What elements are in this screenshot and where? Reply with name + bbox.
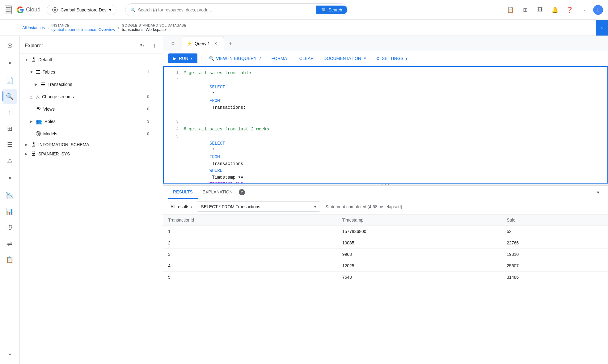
breadcrumb-db: GOOGLE STANDARD SQL DATABASE transaction… xyxy=(122,23,186,32)
breadcrumb-all-instances: All instances xyxy=(22,25,45,30)
instance-label: INSTANCE xyxy=(51,23,115,27)
more-options-button[interactable]: ⋮ xyxy=(578,4,591,16)
results-collapse-button[interactable]: ▾ xyxy=(593,187,603,197)
table-row: 3 9963 19310 xyxy=(163,249,608,260)
breadcrumb-sep-2: › xyxy=(118,25,119,31)
bar-chart-icon: 📊 xyxy=(6,208,14,215)
alerts-button[interactable]: 🔔 xyxy=(549,4,561,16)
tree-item-spanner-sys[interactable]: ▶ 🗄 SPANNER_SYS xyxy=(20,149,163,159)
sidebar-item-dot2[interactable] xyxy=(2,171,17,185)
menu-button[interactable]: ☰ xyxy=(5,6,12,14)
tree-item-models[interactable]: ⓜ Models 0 ⋮ xyxy=(20,128,163,140)
instance-link[interactable]: cymbal-spanner-instance: Overview xyxy=(51,27,115,32)
run-play-icon: ▶ xyxy=(173,56,176,61)
table-header: TransactionId Timestamp Sale xyxy=(163,214,608,226)
filter-icon: ⇌ xyxy=(7,240,12,247)
sidebar-item-expand[interactable]: » xyxy=(2,347,17,362)
search-input[interactable] xyxy=(138,7,314,12)
project-selector[interactable]: Cymbal Superstore Dev ▾ xyxy=(47,5,116,15)
col-timestamp: Timestamp xyxy=(337,214,502,226)
results-tab-label: RESULTS xyxy=(173,189,193,194)
clear-button[interactable]: CLEAR xyxy=(296,53,318,63)
query-status-text: Statement completed (4.68 ms elapsed) xyxy=(325,204,402,209)
keyword-from-2: FROM xyxy=(209,98,220,103)
search-button[interactable]: 🔍 Search xyxy=(316,6,347,14)
sidebar-item-bar-chart[interactable]: 📊 xyxy=(2,204,17,219)
results-tab[interactable]: RESULTS xyxy=(168,186,198,199)
all-results-button[interactable]: All results › xyxy=(168,203,194,210)
tree-item-change-streams[interactable]: △ △ Change streams 0 ⋮ xyxy=(20,91,163,103)
tables-label: Tables xyxy=(43,70,146,74)
tree-item-tables[interactable]: ▼ ☰ Tables 1 ⋮ xyxy=(20,66,163,78)
tree-item-transactions[interactable]: ▶ ☰ Transactions ⋮ xyxy=(20,78,163,91)
collapse-button[interactable]: ⊣ xyxy=(148,41,158,51)
all-results-label: All results xyxy=(171,204,189,209)
view-bigquery-button[interactable]: 🔍 VIEW IN BIGQUERY ↗ xyxy=(205,53,265,63)
cell-timestamp: 9963 xyxy=(337,249,502,260)
project-icon xyxy=(52,7,58,13)
sidebar-item-spanner[interactable] xyxy=(2,38,17,53)
run-button[interactable]: ▶ RUN ▾ xyxy=(168,53,197,63)
breadcrumb-right-arrow[interactable]: › xyxy=(596,20,608,36)
logo-text: Cloud xyxy=(26,6,40,13)
query-tab-close[interactable]: ✕ xyxy=(213,40,219,47)
workspace: ⌂ ⚡ Query 1 ✕ + ▶ RUN ▾ 🔍 VIEW IN BIGQUE… xyxy=(163,36,608,364)
format-button[interactable]: FORMAT xyxy=(268,53,293,63)
code-editor[interactable]: 1 # get all sales from table 2 SELECT * … xyxy=(163,66,608,184)
query-tab-1[interactable]: ⚡ Query 1 ✕ xyxy=(182,36,224,51)
sidebar-item-list2[interactable]: 📋 xyxy=(2,252,17,267)
explanation-tab[interactable]: EXPLANATION xyxy=(198,186,238,199)
search-bar-icon: 🔍 xyxy=(130,7,136,12)
sidebar-item-upload[interactable]: ↑ xyxy=(2,105,17,120)
home-icon: ⌂ xyxy=(171,40,175,46)
tree-item-views[interactable]: 👁 Views 0 ⋮ xyxy=(20,103,163,115)
sidebar-item-clock[interactable]: ⏱ xyxy=(2,220,17,235)
home-tab[interactable]: ⌂ xyxy=(166,36,180,51)
add-tab-button[interactable]: + xyxy=(225,38,236,49)
help-button[interactable]: ❓ xyxy=(564,4,576,16)
sidebar-item-list[interactable]: ☰ xyxy=(2,137,17,152)
sidebar-item-search[interactable]: 🔍 xyxy=(2,89,17,104)
fullscreen-button[interactable]: ⛶ xyxy=(582,187,592,197)
more-vert-icon: ⋮ xyxy=(582,6,587,13)
search-bar[interactable]: 🔍 🔍 Search xyxy=(125,3,348,16)
run-label: RUN xyxy=(179,56,188,61)
refresh-button[interactable]: ↻ xyxy=(137,41,147,51)
settings-button[interactable]: ⚙ SETTINGS ▾ xyxy=(372,53,411,63)
change-streams-label: Change streams xyxy=(42,94,146,99)
user-avatar[interactable]: U xyxy=(593,5,603,15)
sidebar-item-filter[interactable]: ⇌ xyxy=(2,236,17,251)
notification-icon: 📋 xyxy=(507,6,514,13)
code-empty-3 xyxy=(184,118,186,125)
cell-id: 5 xyxy=(163,272,337,283)
notifications-button[interactable]: 📋 xyxy=(504,4,517,16)
query-select-dropdown[interactable]: SELECT * FROM Transactions ▾ xyxy=(197,201,320,212)
all-instances-link[interactable]: All instances xyxy=(22,25,45,30)
feedback-button[interactable]: 🖼 xyxy=(534,4,546,16)
explorer-title: Explorer xyxy=(25,43,43,49)
tree-item-information-schema[interactable]: ▶ 🗄 INFORMATION_SCHEMA xyxy=(20,140,163,149)
bigquery-icon: 🔍 xyxy=(209,56,214,61)
search-button-label: Search xyxy=(328,7,342,12)
table-icon: ⊞ xyxy=(7,125,12,132)
views-label: Views xyxy=(43,107,146,112)
tree-item-roles[interactable]: ▶ 👥 Roles 3 ⋮ xyxy=(20,115,163,128)
search-nav-icon: 🔍 xyxy=(6,93,14,100)
sidebar-item-table[interactable]: ⊞ xyxy=(2,121,17,136)
roles-label: Roles xyxy=(44,119,146,124)
explorer-panel: Explorer ↻ ⊣ ▼ 🗄 Default ⋮ ▼ ☰ Tables 1 … xyxy=(20,36,163,364)
google-cloud-logo[interactable]: Cloud xyxy=(17,6,40,14)
project-dropdown-icon: ▾ xyxy=(109,7,111,12)
tree-item-default[interactable]: ▼ 🗄 Default ⋮ xyxy=(20,53,163,66)
sidebar-item-document[interactable]: 📄 xyxy=(2,73,17,88)
results-tabs-bar: RESULTS EXPLANATION ? ⛶ ▾ xyxy=(163,186,608,199)
apps-button[interactable]: ⊞ xyxy=(519,4,531,16)
sidebar-item-chart[interactable]: 📉 xyxy=(2,188,17,203)
expand-icon: » xyxy=(8,351,11,357)
documentation-button[interactable]: DOCUMENTATION ↗ xyxy=(320,53,370,63)
explanation-help-button[interactable]: ? xyxy=(239,189,245,195)
cell-timestamp: 10085 xyxy=(337,237,502,249)
code-comment-1: # get all sales from table xyxy=(184,70,251,76)
sidebar-item-warning[interactable]: ⚠ xyxy=(2,153,17,168)
sidebar-item-dot[interactable] xyxy=(2,56,17,70)
